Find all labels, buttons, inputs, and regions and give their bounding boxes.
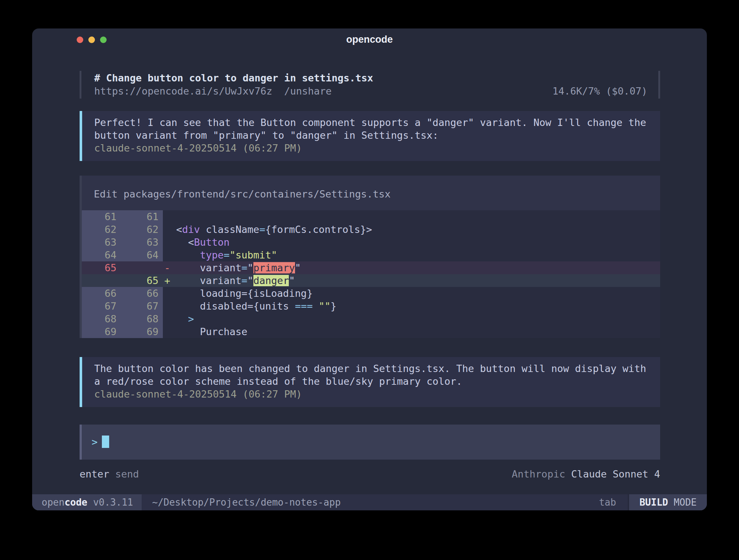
enter-action-hint: send <box>109 468 139 480</box>
old-line-number: 67 <box>82 300 116 312</box>
diff-code-line: <Button <box>163 236 660 249</box>
new-line-number <box>116 261 158 274</box>
chat-input[interactable]: > <box>80 425 660 460</box>
old-line-number: 68 <box>82 312 116 325</box>
new-line-number: 66 <box>116 287 158 300</box>
session-title: # Change button color to danger in setti… <box>94 72 658 85</box>
old-line-number <box>82 274 116 287</box>
diff-gutter: 6363 <box>82 236 163 249</box>
app-name-prefix: open <box>42 497 65 508</box>
keybind-hints: enter send Anthropic Claude Sonnet 4 <box>80 468 660 480</box>
new-line-number: 65 <box>116 274 158 287</box>
assistant-message-1: Perfect! I can see that the Button compo… <box>80 111 660 161</box>
working-directory: ~/Desktop/Projects/demo-notes-app <box>152 497 341 508</box>
message-meta: claude-sonnet-4-20250514 (06:27 PM) <box>94 142 653 154</box>
new-line-number: 64 <box>116 249 158 261</box>
new-line-number: 69 <box>116 325 158 338</box>
old-line-number: 61 <box>82 210 116 223</box>
diff-code-line <box>163 210 660 223</box>
url-gap <box>272 85 284 98</box>
diff-gutter: 65 <box>82 261 163 274</box>
diff-row: 6868 > <box>82 312 660 325</box>
old-line-number: 62 <box>82 223 116 236</box>
diff-row: 6767 disabled={units === ""} <box>82 300 660 312</box>
mode-suffix: MODE <box>668 497 697 508</box>
diff-gutter: 65 <box>82 274 163 287</box>
new-line-number: 68 <box>116 312 158 325</box>
app-name-suffix: code <box>65 497 88 508</box>
share-url[interactable]: https://opencode.ai/s/UwJxv76z <box>94 85 272 98</box>
diff-code-line: disabled={units === ""} <box>163 300 660 312</box>
diff-code-line: loading={isLoading} <box>163 287 660 300</box>
tab-key-hint: tab <box>599 497 628 508</box>
diff-gutter: 6161 <box>82 210 163 223</box>
message-text: The button color has been changed to dan… <box>94 362 653 388</box>
diff-row: 6363 <Button <box>82 236 660 249</box>
diff-row: 6666 loading={isLoading} <box>82 287 660 300</box>
diff-row: 6262 <div className={formCs.controls}> <box>82 223 660 236</box>
edit-tool-card: Edit packages/frontend/src/containers/Se… <box>80 176 660 338</box>
old-line-number: 66 <box>82 287 116 300</box>
diff-row: 6969 Purchase <box>82 325 660 338</box>
diff-code-line: type="submit" <box>163 249 660 261</box>
unshare-command[interactable]: /unshare <box>284 85 332 98</box>
diff-row: 65+ variant="danger" <box>82 274 660 287</box>
session-header: # Change button color to danger in setti… <box>80 71 660 99</box>
provider-label: Anthropic <box>512 468 571 480</box>
diff-row: 6464 type="submit" <box>82 249 660 261</box>
diff-gutter: 6767 <box>82 300 163 312</box>
app-version: v0.3.11 <box>87 497 133 508</box>
diff-code-line: + variant="danger" <box>163 274 660 287</box>
app-version-chip: opencode v0.3.11 <box>32 494 142 510</box>
text-cursor <box>102 436 109 448</box>
new-line-number: 67 <box>116 300 158 312</box>
diff-gutter: 6464 <box>82 249 163 261</box>
old-line-number: 65 <box>82 261 116 274</box>
message-accent-bar <box>80 111 82 161</box>
assistant-message-2: The button color has been changed to dan… <box>80 357 660 407</box>
new-line-number: 61 <box>116 210 158 223</box>
mode-name: BUILD <box>639 497 668 508</box>
old-line-number: 64 <box>82 249 116 261</box>
context-stats: 14.6K/7% ($0.07) <box>552 85 658 98</box>
opencode-window: opencode # Change button color to danger… <box>32 28 707 510</box>
header-right-bar <box>658 71 660 99</box>
mode-indicator[interactable]: BUILD MODE <box>628 494 707 510</box>
diff-row: 6161 <box>82 210 660 223</box>
message-accent-bar <box>80 357 82 407</box>
titlebar: opencode <box>32 28 707 50</box>
diff-gutter: 6868 <box>82 312 163 325</box>
old-line-number: 63 <box>82 236 116 249</box>
diff-code-line: - variant="primary" <box>163 261 660 274</box>
diff-code-line: <div className={formCs.controls}> <box>163 223 660 236</box>
diff-gutter: 6666 <box>82 287 163 300</box>
message-meta: claude-sonnet-4-20250514 (06:27 PM) <box>94 388 653 400</box>
edit-card-header: Edit packages/frontend/src/containers/Se… <box>82 176 660 210</box>
enter-key-hint: enter <box>80 468 109 480</box>
model-label: Claude Sonnet 4 <box>571 468 660 480</box>
new-line-number: 62 <box>116 223 158 236</box>
new-line-number: 63 <box>116 236 158 249</box>
window-title: opencode <box>32 34 707 45</box>
diff-code-line: Purchase <box>163 325 660 338</box>
diff-row: 65- variant="primary" <box>82 261 660 274</box>
diff-body: 61616262 <div className={formCs.controls… <box>82 210 660 338</box>
status-bar: opencode v0.3.11 ~/Desktop/Projects/demo… <box>32 494 707 510</box>
message-text: Perfect! I can see that the Button compo… <box>94 116 653 142</box>
diff-code-line: > <box>163 312 660 325</box>
diff-gutter: 6969 <box>82 325 163 338</box>
main-content: # Change button color to danger in setti… <box>80 50 660 494</box>
old-line-number: 69 <box>82 325 116 338</box>
diff-gutter: 6262 <box>82 223 163 236</box>
prompt-symbol: > <box>92 436 97 448</box>
